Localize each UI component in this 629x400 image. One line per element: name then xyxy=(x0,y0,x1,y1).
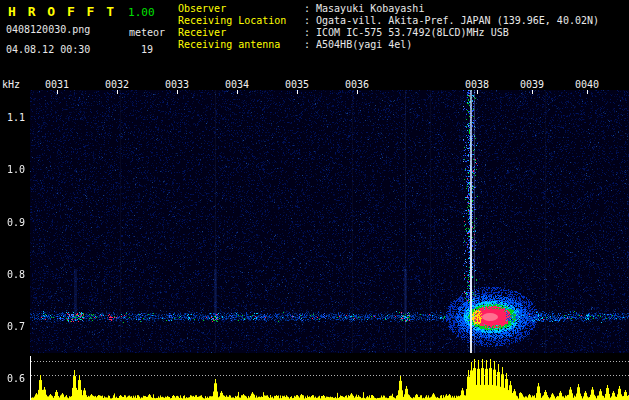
info-value: : Ogata-vill. Akita-Pref. JAPAN (139.96E… xyxy=(304,15,599,27)
echo-count: 19 xyxy=(141,44,153,55)
info-row-location: Receiving Location : Ogata-vill. Akita-P… xyxy=(178,15,599,27)
y-axis-tick-0.7: 0.7 xyxy=(7,321,25,332)
app-version: 1.00 xyxy=(128,6,155,19)
x-axis-tick-0031: 0031 xyxy=(45,79,69,90)
y-axis-tick-0.9: 0.9 xyxy=(7,217,25,228)
y-axis-unit: kHz xyxy=(2,79,20,90)
info-label: Observer xyxy=(178,3,304,15)
y-axis-tick-1.1: 1.1 xyxy=(7,112,25,123)
x-axis-tick-0034: 0034 xyxy=(225,79,249,90)
info-label: Receiver xyxy=(178,27,304,39)
info-value: : A504HB(yagi 4el) xyxy=(304,39,412,51)
x-axis-tick-0032: 0032 xyxy=(105,79,129,90)
x-axis-tick-0033: 0033 xyxy=(165,79,189,90)
station-info: Observer : Masayuki Kobayashi Receiving … xyxy=(178,3,599,51)
y-axis-tick-0.8: 0.8 xyxy=(7,269,25,280)
info-label: Receiving Location xyxy=(178,15,304,27)
info-label: Receiving antenna xyxy=(178,39,304,51)
info-row-antenna: Receiving antenna : A504HB(yagi 4el) xyxy=(178,39,599,51)
x-axis-tick-0038: 0038 xyxy=(465,79,489,90)
title-line: H R O F F T 1.00 xyxy=(8,4,155,19)
timestamp: 04.08.12 00:30 xyxy=(6,44,90,55)
x-axis-tick-0039: 0039 xyxy=(520,79,544,90)
hrofft-window: H R O F F T 1.00 0408120030.png meteor 0… xyxy=(0,0,629,400)
info-value: : ICOM IC-575 53.7492(8LCD)MHz USB xyxy=(304,27,509,39)
y-axis-tick-1.0: 1.0 xyxy=(7,164,25,175)
mode-label: meteor xyxy=(129,27,165,38)
app-title: H R O F F T xyxy=(8,4,116,19)
x-axis-tick-0035: 0035 xyxy=(285,79,309,90)
info-value: : Masayuki Kobayashi xyxy=(304,3,424,15)
info-row-observer: Observer : Masayuki Kobayashi xyxy=(178,3,599,15)
signal-level-canvas xyxy=(0,356,629,400)
output-filename: 0408120030.png xyxy=(6,24,90,35)
y-axis-tick-0.6: 0.6 xyxy=(7,373,25,384)
spectrogram-canvas xyxy=(30,90,629,353)
x-axis-tick-0040: 0040 xyxy=(575,79,599,90)
x-axis-tick-0036: 0036 xyxy=(345,79,369,90)
info-row-receiver: Receiver : ICOM IC-575 53.7492(8LCD)MHz … xyxy=(178,27,599,39)
